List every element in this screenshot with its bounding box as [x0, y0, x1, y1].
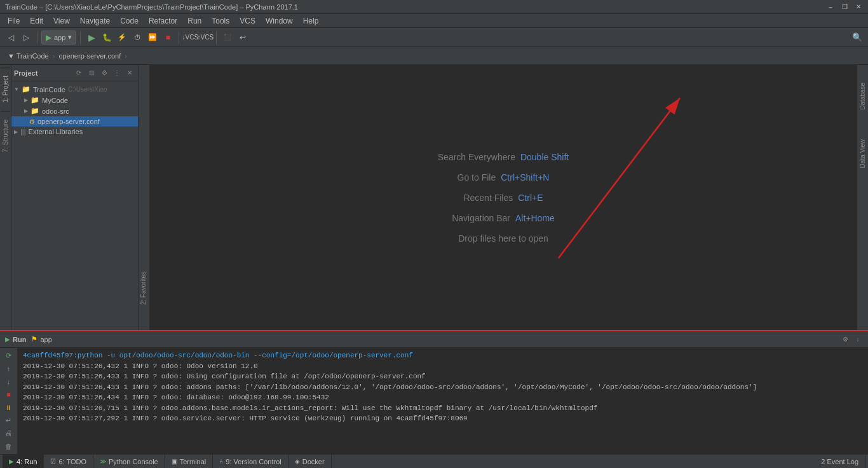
- run-config-label: app: [54, 34, 65, 41]
- menu-tools[interactable]: Tools: [207, 15, 234, 27]
- run-line-5: 2019-12-30 07:51:26,715 1 INFO ? odoo.ad…: [23, 403, 863, 414]
- toolbar: ◁ ▷ ▶ app ▾ ▶ 🐛 ⚡ ⏱ ⏩ ■ ↓VCS ↑VCS ⬛ ↩ 🔍: [0, 28, 868, 47]
- stop-process-btn[interactable]: ■: [3, 389, 15, 399]
- run-line-1: 2019-12-30 07:51:26,432 1 INFO ? odoo: O…: [23, 361, 863, 372]
- toolbar-sep3: [179, 31, 179, 44]
- proj-gear-btn[interactable]: ⋮: [111, 67, 123, 79]
- window-controls: – ❐ ✕: [826, 3, 863, 11]
- root-path: C:\Users\Xiao: [68, 86, 107, 93]
- odoosrc-name: odoo-src: [42, 107, 69, 115]
- maximize-button[interactable]: ❐: [840, 3, 849, 11]
- profile-btn[interactable]: ⏱: [130, 31, 144, 45]
- scroll-up-btn[interactable]: ↑: [3, 363, 15, 373]
- run-header-run-icon: ▶: [5, 336, 10, 343]
- menu-run[interactable]: Run: [182, 15, 207, 27]
- menu-edit[interactable]: Edit: [25, 15, 48, 27]
- nav-project-tab[interactable]: ▼ TrainCode: [5, 52, 51, 60]
- tab-event-log[interactable]: 2 Event Log: [815, 455, 865, 469]
- menu-vcs[interactable]: VCS: [234, 15, 261, 27]
- menu-view[interactable]: View: [48, 15, 75, 27]
- tree-root[interactable]: ▼ 📁 TrainCode C:\Users\Xiao: [11, 84, 138, 95]
- tree-odoo-src[interactable]: ▶ 📁 odoo-src: [11, 106, 138, 116]
- root-name: TrainCode: [33, 86, 65, 93]
- editor-placeholder: Search Everywhere Double Shift Go to Fil…: [150, 65, 857, 330]
- run-panel-pin-btn[interactable]: ↓: [853, 334, 863, 345]
- toolbar-sep4: [216, 31, 217, 44]
- menu-code[interactable]: Code: [115, 15, 144, 27]
- proj-sync-btn[interactable]: ⟳: [73, 67, 85, 79]
- vcs-update-btn[interactable]: ↓VCS: [183, 31, 197, 45]
- proj-collapse-btn[interactable]: ⊟: [86, 67, 97, 79]
- menu-navigate[interactable]: Navigate: [75, 15, 115, 27]
- menu-help[interactable]: Help: [298, 15, 324, 27]
- print-btn[interactable]: 🖨: [3, 428, 15, 438]
- scroll-down-btn[interactable]: ↓: [3, 376, 15, 387]
- stop-button[interactable]: ■: [161, 31, 175, 45]
- app-run-icon: ▶: [46, 33, 51, 42]
- hint-search-everywhere: Search Everywhere Double Shift: [438, 152, 569, 162]
- tab-terminal[interactable]: ▣ Terminal: [165, 455, 214, 469]
- menubar: File Edit View Navigate Code Refactor Ru…: [0, 14, 868, 28]
- structure-side-tab[interactable]: 7: Structure: [1, 111, 10, 160]
- toolbar-back-btn[interactable]: ◁: [4, 31, 18, 45]
- run-button[interactable]: ▶: [85, 31, 98, 45]
- run-panel-settings-btn[interactable]: ⚙: [840, 334, 850, 345]
- data-view-label[interactable]: Data View: [859, 134, 866, 173]
- tree-openerp-conf[interactable]: ⚙ openerp-server.conf: [11, 116, 138, 127]
- tab-todo[interactable]: ☑ 6: TODO: [44, 455, 93, 469]
- project-side-tab[interactable]: 1: Project: [1, 67, 10, 110]
- favorites-label[interactable]: 2: Favorites: [140, 272, 147, 305]
- extlibs-name: External Libraries: [29, 128, 83, 135]
- editor-area: Search Everywhere Double Shift Go to Fil…: [150, 65, 857, 330]
- nav-file-tab[interactable]: openerp-server.conf: [56, 52, 123, 60]
- toolbar-forward-btn[interactable]: ▷: [19, 31, 33, 45]
- terminal-btn[interactable]: ⬛: [220, 31, 234, 45]
- tab-run[interactable]: ▶ 4: Run: [3, 455, 44, 469]
- hint-drop-files: Drop files here to open: [458, 233, 548, 244]
- menu-refactor[interactable]: Refactor: [144, 15, 182, 27]
- clear-output-btn[interactable]: 🗑: [3, 441, 15, 451]
- proj-close-btn[interactable]: ✕: [124, 67, 135, 79]
- todo-tab-label: 6: TODO: [58, 458, 86, 465]
- terminal-tab-icon: ▣: [172, 458, 177, 465]
- tab-docker[interactable]: ◈ Docker: [288, 455, 332, 469]
- tab-version-control[interactable]: ⑃ 9: Version Control: [213, 455, 288, 469]
- terminal-tab-label: Terminal: [180, 458, 207, 465]
- tree-mycode[interactable]: ▶ 📁 MyCode: [11, 95, 138, 106]
- event-log-label: 2 Event Log: [821, 458, 858, 465]
- concurrency-btn[interactable]: ⏩: [146, 31, 159, 45]
- tab-python-console[interactable]: ≫ Python Console: [93, 455, 165, 469]
- python-console-tab-icon: ≫: [100, 458, 106, 465]
- pause-btn[interactable]: ⏸: [3, 403, 15, 413]
- menu-file[interactable]: File: [3, 15, 25, 27]
- conf-file-name: openerp-server.conf: [37, 118, 100, 125]
- rerun-btn[interactable]: ⟳: [3, 350, 15, 361]
- proj-settings-btn[interactable]: ⚙: [98, 67, 110, 79]
- right-strip: Database Data View: [857, 65, 868, 330]
- hint-goto-file: Go to File Ctrl+Shift+N: [458, 172, 550, 182]
- menu-window[interactable]: Window: [261, 15, 298, 27]
- content-row: 1: Project 7: Structure Project ⟳ ⊟ ⚙ ⋮ …: [0, 65, 868, 330]
- docker-tab-label: Docker: [302, 458, 325, 465]
- mycode-arrow: ▶: [24, 97, 28, 103]
- conf-file-icon: ⚙: [29, 118, 35, 125]
- mycode-name: MyCode: [42, 97, 68, 104]
- nav-sep2: ›: [123, 52, 128, 60]
- undo-btn[interactable]: ↩: [236, 31, 250, 45]
- run-panel-app-name: app: [40, 336, 51, 343]
- run-configuration-selector[interactable]: ▶ app ▾: [41, 31, 76, 45]
- search-everywhere-btn[interactable]: 🔍: [850, 31, 864, 45]
- run-with-coverage-btn[interactable]: ⚡: [115, 31, 129, 45]
- minimize-button[interactable]: –: [826, 3, 835, 11]
- tree-external-libs[interactable]: ▶ ||| External Libraries: [11, 127, 138, 137]
- todo-tab-icon: ☑: [50, 458, 56, 465]
- toolbar-sep2: [80, 31, 81, 44]
- close-button[interactable]: ✕: [854, 3, 863, 11]
- run-panel-app-label: ⚑: [31, 335, 37, 343]
- bottom-tabs: ▶ 4: Run ☑ 6: TODO ≫ Python Console ▣ Te…: [0, 454, 868, 468]
- database-label[interactable]: Database: [859, 78, 866, 115]
- soft-wrap-btn[interactable]: ↵: [3, 415, 15, 425]
- vcs-commit-btn[interactable]: ↑VCS: [198, 31, 212, 45]
- extlibs-icon: |||: [20, 128, 26, 135]
- debug-button[interactable]: 🐛: [100, 31, 114, 45]
